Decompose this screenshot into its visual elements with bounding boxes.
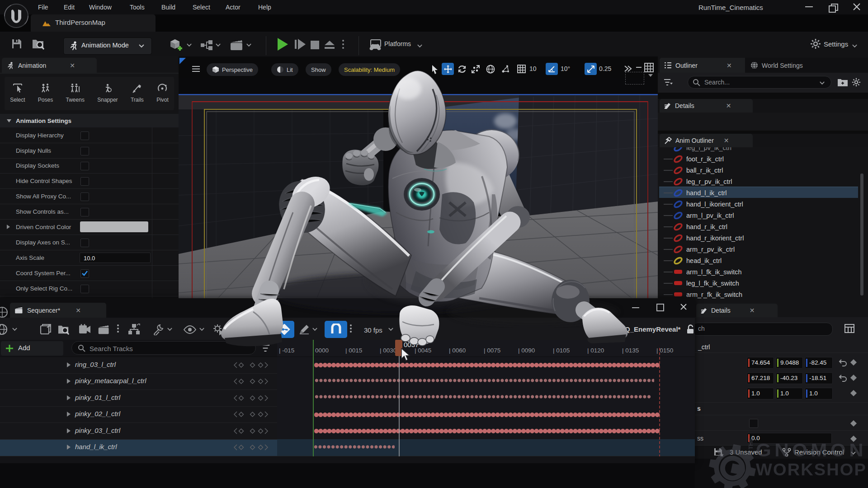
svg-text:hand_l_ikorient_ctrl: hand_l_ikorient_ctrl [686, 201, 743, 208]
svg-text:foot_r_ik_ctrl: foot_r_ik_ctrl [686, 155, 724, 163]
svg-text:arm_r_fk_ik_switch: arm_r_fk_ik_switch [686, 291, 742, 298]
svg-text:hand_r_ikorient_ctrl: hand_r_ikorient_ctrl [686, 235, 744, 242]
svg-text:hand_r_ik_ctrl: hand_r_ik_ctrl [686, 223, 727, 230]
svg-text:ball_r_ik_ctrl: ball_r_ik_ctrl [686, 167, 723, 174]
svg-text:head_ik_ctrl: head_ik_ctrl [686, 257, 722, 264]
svg-text:hand_l_ik_ctrl: hand_l_ik_ctrl [686, 189, 726, 197]
svg-text:leg_l_fk_ik_switch: leg_l_fk_ik_switch [686, 280, 739, 287]
svg-text:THE: THE [747, 438, 754, 450]
svg-text:leg_l_pv_ik_ctrl: leg_l_pv_ik_ctrl [686, 147, 731, 151]
svg-text:GNOMON: GNOMON [756, 440, 867, 460]
svg-text:arm_r_pv_ik_ctrl: arm_r_pv_ik_ctrl [686, 246, 735, 253]
svg-text:arm_l_fk_ik_switch: arm_l_fk_ik_switch [686, 268, 742, 276]
svg-text:arm_l_pv_ik_ctrl: arm_l_pv_ik_ctrl [686, 212, 734, 219]
svg-text:leg_r_pv_ik_ctrl: leg_r_pv_ik_ctrl [686, 178, 732, 185]
svg-text:WORKSHOP: WORKSHOP [756, 460, 867, 479]
